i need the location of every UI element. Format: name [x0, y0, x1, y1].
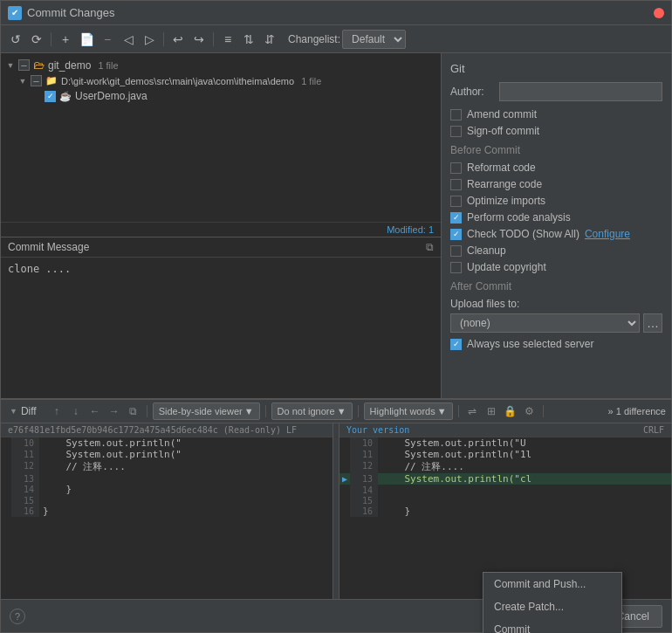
amend-checkbox[interactable] — [450, 109, 462, 120]
copyright-checkbox[interactable] — [450, 262, 462, 273]
diff-left-line-13: 13 — [1, 473, 333, 484]
diff-highlight-btn[interactable]: Highlight words ▼ — [364, 403, 453, 420]
context-menu-item-commit[interactable]: Commit — [483, 618, 621, 633]
diff-left-num-16: 16 — [11, 506, 39, 517]
configure-link[interactable]: Configure — [585, 228, 630, 240]
file-tree: ▼ ─ 🗁 git_demo 1 file ▼ ─ 📁 D:\git-work\… — [1, 53, 441, 222]
tree-checkbox-2[interactable]: ✓ — [45, 91, 56, 102]
checktodo-checkbox[interactable]: ✓ — [450, 229, 462, 240]
toolbar-remove-btn[interactable]: − — [98, 30, 117, 49]
changelist-select[interactable]: Default — [342, 30, 406, 49]
author-label: Author: — [450, 86, 494, 98]
diff-left-num-14: 14 — [11, 484, 39, 495]
optimize-checkbox[interactable] — [450, 196, 462, 207]
right-panel: Git Author: Amend commit Sign-off commit… — [442, 53, 671, 398]
toolbar-sort1-btn[interactable]: ⇅ — [239, 30, 258, 49]
rearrange-checkbox[interactable] — [450, 179, 462, 190]
folder-icon-1: 📁 — [45, 75, 58, 86]
diff-left-num-10: 10 — [11, 437, 39, 449]
rearrange-row: Rearrange code — [450, 178, 662, 190]
author-input[interactable] — [499, 82, 662, 101]
context-menu-item-create-patch[interactable]: Create Patch... — [483, 595, 621, 618]
upload-more-btn[interactable]: … — [643, 313, 662, 333]
diff-left-marker-16 — [1, 506, 11, 517]
toolbar-arrow-right-btn[interactable]: ▷ — [140, 30, 159, 49]
copyright-row: Update copyright — [450, 261, 662, 273]
rearrange-label: Rearrange code — [467, 178, 542, 190]
tree-item-git-demo[interactable]: ▼ ─ 🗁 git_demo 1 file — [4, 57, 437, 73]
diff-lock-btn[interactable]: 🔒 — [503, 403, 518, 419]
diff-copy-btn[interactable]: ⧉ — [126, 403, 141, 419]
toolbar-redo-btn[interactable]: ↪ — [189, 30, 209, 49]
diff-right-btn[interactable]: → — [106, 403, 122, 419]
commit-msg-label: Commit Message — [8, 241, 89, 253]
diff-left-marker-10 — [1, 437, 11, 449]
diff-ignore-btn[interactable]: Do not ignore ▼ — [271, 403, 353, 420]
diff-right-num-11: 11 — [350, 449, 378, 460]
toolbar-sync-btn[interactable]: ⟳ — [27, 30, 46, 49]
diff-collapse-btn[interactable]: ▼ Diff — [6, 403, 45, 419]
diff-right-lines: 10 System.out.println("U 11 System.out.p… — [339, 437, 671, 517]
commit-message-input[interactable]: clone .... — [1, 258, 441, 399]
tree-checkbox-0[interactable]: ─ — [18, 59, 30, 71]
toolbar-add-btn[interactable]: + — [56, 30, 75, 49]
optimize-row: Optimize imports — [450, 195, 662, 207]
diff-right-num-13: 13 — [350, 473, 378, 485]
diff-right-content-16: } — [378, 506, 671, 517]
diff-left-content-13 — [39, 473, 333, 484]
diff-sep-4 — [458, 405, 459, 417]
diff-right-content-12: // 注释.... — [378, 460, 671, 473]
commit-msg-header: Commit Message ⧉ — [1, 237, 441, 258]
diff-sep-2 — [265, 405, 266, 417]
toolbar-menu-btn[interactable]: ≡ — [218, 30, 237, 49]
diff-left-num-15: 15 — [11, 495, 39, 506]
diff-viewer-btn[interactable]: Side-by-side viewer ▼ — [153, 403, 260, 420]
diff-right-crlf: CRLF — [643, 425, 664, 435]
diff-left-line-14: 14 } — [1, 484, 333, 495]
diff-next-btn[interactable]: ↓ — [68, 403, 84, 419]
always-use-checkbox[interactable]: ✓ — [450, 339, 462, 350]
diff-right-line-14: 14 — [339, 485, 671, 495]
window-title: Commit Changes — [27, 6, 114, 19]
folder-icon-0: 🗁 — [33, 58, 45, 72]
commit-changes-window: ✔ Commit Changes ↺ ⟳ + 📄 − ◁ ▷ ↩ ↪ ≡ ⇅ ⇵… — [0, 0, 672, 633]
diff-right-marker-11 — [339, 449, 350, 460]
tree-label-2: UserDemo.java — [75, 90, 147, 102]
context-menu-item-commit-push[interactable]: Commit and Push... — [483, 573, 621, 595]
tree-checkbox-1[interactable]: ─ — [31, 75, 42, 86]
copyright-label: Update copyright — [467, 261, 546, 273]
diff-right-marker-14 — [339, 485, 350, 495]
always-use-row: ✓ Always use selected server — [450, 338, 662, 350]
diff-right-line-12: 12 // 注释.... — [339, 460, 671, 473]
cleanup-row: Cleanup — [450, 244, 662, 257]
perform-label: Perform code analysis — [467, 211, 571, 224]
diff-header: ▼ Diff ↑ ↓ ← → ⧉ Side-by-side viewer ▼ D… — [1, 400, 671, 423]
cleanup-checkbox[interactable] — [450, 245, 462, 257]
toolbar-refresh-btn[interactable]: ↺ — [6, 30, 25, 49]
toolbar-undo-btn[interactable]: ↩ — [168, 30, 188, 49]
diff-grid-btn[interactable]: ⊞ — [483, 403, 499, 419]
reformat-checkbox[interactable] — [450, 162, 462, 174]
close-button[interactable] — [654, 8, 664, 18]
diff-left-content-15 — [39, 495, 333, 506]
perform-checkbox[interactable]: ✓ — [450, 212, 462, 224]
toolbar-sort2-btn[interactable]: ⇵ — [260, 30, 279, 49]
diff-left-content-12: // 注释.... — [39, 460, 333, 473]
modified-count: Modified: 1 — [387, 224, 434, 235]
help-button[interactable]: ? — [10, 609, 25, 624]
diff-settings-btn[interactable]: ⚙ — [522, 403, 538, 419]
context-menu: Commit and Push... Create Patch... Commi… — [483, 572, 622, 633]
toolbar-new-btn[interactable]: 📄 — [77, 30, 96, 49]
diff-swap-btn[interactable]: ⇌ — [464, 403, 480, 419]
diff-left-btn[interactable]: ← — [87, 403, 103, 419]
commit-msg-icon: ⧉ — [426, 241, 434, 253]
tree-item-path[interactable]: ▼ ─ 📁 D:\git-work\git_demos\src\main\jav… — [4, 73, 437, 88]
reformat-label: Reformat code — [467, 162, 536, 174]
tree-item-userdemo[interactable]: ✓ ☕ UserDemo.java — [4, 88, 437, 104]
diff-left-num-13: 13 — [11, 473, 39, 484]
upload-select[interactable]: (none) — [450, 313, 640, 333]
toolbar-arrow-left-btn[interactable]: ◁ — [119, 30, 138, 49]
diff-prev-btn[interactable]: ↑ — [49, 403, 65, 419]
signoff-checkbox[interactable] — [450, 126, 462, 137]
diff-right-num-14: 14 — [350, 485, 378, 495]
